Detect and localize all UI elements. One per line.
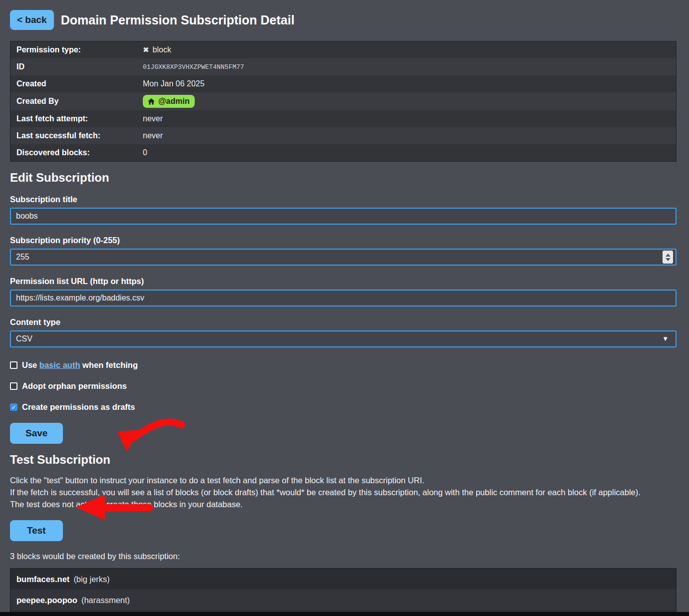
- row-label: ID: [10, 62, 143, 71]
- save-button[interactable]: Save: [10, 423, 63, 444]
- content-type-selected-value: CSV: [16, 334, 32, 343]
- test-description-line: The test does not actually create those …: [10, 498, 677, 510]
- table-row: Last successful fetch: never: [10, 127, 676, 144]
- subscription-title-input[interactable]: [10, 208, 677, 225]
- test-description-line: If the fetch is successful, you will see…: [10, 486, 677, 498]
- row-value: ✖ block: [143, 45, 171, 54]
- checkbox-row-basic-auth[interactable]: Use basic auth when fetching: [10, 360, 677, 370]
- subscription-title-label: Subscription title: [10, 195, 677, 204]
- home-icon: [148, 98, 155, 105]
- table-row: Discovered blocks: 0: [10, 144, 676, 161]
- row-label: Permission type:: [10, 45, 143, 54]
- row-label: Last successful fetch:: [10, 131, 143, 140]
- checkbox-row-adopt-orphans[interactable]: Adopt orphan permissions: [10, 381, 677, 391]
- create-drafts-checkbox-label: Create permissions as drafts: [22, 402, 135, 412]
- table-row: Last fetch attempt: never: [10, 110, 676, 127]
- back-button[interactable]: < back: [10, 10, 54, 30]
- test-button[interactable]: Test: [10, 520, 63, 541]
- create-drafts-checkbox[interactable]: [10, 403, 17, 411]
- subscription-priority-label: Subscription priority (0-255): [10, 236, 677, 245]
- checkbox-row-create-drafts[interactable]: Create permissions as drafts: [10, 402, 677, 412]
- subscription-detail-table: Permission type: ✖ block ID 01JGXK8XP3VH…: [10, 41, 677, 162]
- blocked-domain: peepee.poopoo: [16, 596, 77, 605]
- x-mark-icon: ✖: [143, 45, 149, 54]
- row-label: Last fetch attempt:: [10, 114, 143, 123]
- block-comment: (harassment): [81, 596, 130, 605]
- adopt-orphans-checkbox[interactable]: [10, 382, 17, 390]
- permission-list-url-label: Permission list URL (http or https): [10, 277, 677, 286]
- page-title: Domain Permission Subscription Detail: [61, 13, 295, 27]
- test-description: Click the "test" button to instruct your…: [10, 474, 677, 510]
- test-subscription-heading: Test Subscription: [10, 453, 677, 467]
- row-value: @admin: [143, 95, 195, 108]
- number-spinner[interactable]: [663, 251, 673, 264]
- row-label: Created: [10, 79, 143, 88]
- row-label: Discovered blocks:: [10, 148, 143, 157]
- block-result-list: bumfaces.net (big jerks) peepee.poopoo (…: [10, 568, 677, 616]
- permission-type-value: block: [153, 45, 171, 54]
- adopt-orphans-checkbox-label: Adopt orphan permissions: [22, 381, 127, 391]
- table-row: ID 01JGXK8XP3VHXZPWET4NN5FM77: [10, 58, 676, 75]
- created-by-badge[interactable]: @admin: [143, 95, 195, 108]
- subscription-priority-input[interactable]: [10, 249, 677, 266]
- table-row: Created Mon Jan 06 2025: [10, 75, 676, 92]
- basic-auth-checkbox-label: Use basic auth when fetching: [22, 360, 138, 370]
- page-bottom-edge: [0, 612, 689, 616]
- last-successful-fetch-value: never: [143, 131, 163, 140]
- blocked-domain: bumfaces.net: [16, 575, 69, 584]
- row-label: Created By: [10, 97, 143, 106]
- table-row: Permission type: ✖ block: [10, 41, 676, 58]
- table-row: Created By @admin: [10, 92, 676, 110]
- spinner-up-icon[interactable]: [666, 254, 671, 257]
- test-result-text: 3 blocks would be created by this subscr…: [10, 552, 677, 561]
- created-date-value: Mon Jan 06 2025: [143, 79, 205, 88]
- page-header: < back Domain Permission Subscription De…: [10, 10, 677, 30]
- list-item: peepee.poopoo (harassment): [10, 590, 676, 611]
- content-type-label: Content type: [10, 317, 677, 327]
- spinner-down-icon[interactable]: [666, 258, 671, 261]
- basic-auth-checkbox[interactable]: [10, 361, 17, 369]
- block-comment: (big jerks): [73, 575, 109, 584]
- test-description-line: Click the "test" button to instruct your…: [10, 474, 677, 486]
- subscription-id-value: 01JGXK8XP3VHXZPWET4NN5FM77: [143, 63, 244, 71]
- discovered-blocks-value: 0: [143, 148, 147, 157]
- created-by-username: @admin: [158, 97, 190, 106]
- last-fetch-attempt-value: never: [143, 114, 163, 123]
- content-type-select[interactable]: CSV: [10, 330, 677, 347]
- main-content: < back Domain Permission Subscription De…: [0, 0, 677, 616]
- basic-auth-link[interactable]: basic auth: [39, 360, 80, 369]
- permission-list-url-input[interactable]: [10, 290, 677, 307]
- list-item: bumfaces.net (big jerks): [10, 569, 676, 590]
- edit-subscription-heading: Edit Subscription: [10, 171, 677, 185]
